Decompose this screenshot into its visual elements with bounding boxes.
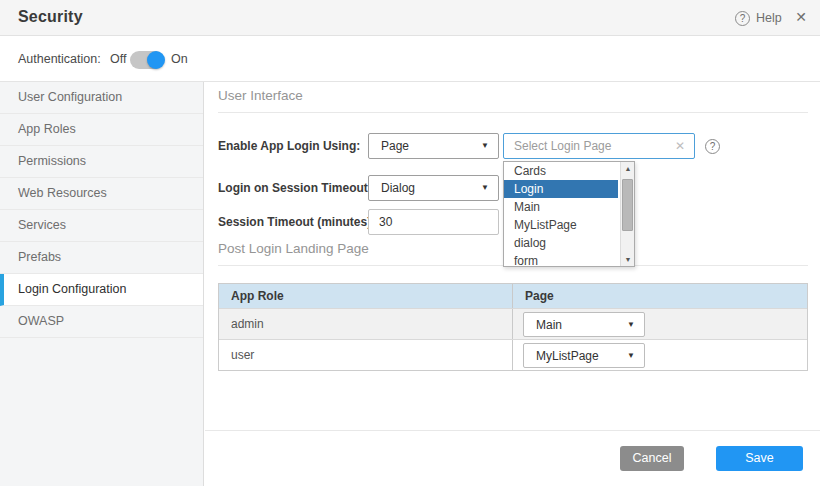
chevron-down-icon: ▼ [627, 313, 635, 337]
clear-input-icon[interactable]: ✕ [672, 138, 688, 154]
scroll-down-icon[interactable]: ▼ [621, 253, 635, 266]
user-interface-heading: User Interface [218, 88, 808, 113]
toggle-on-label: On [171, 52, 188, 66]
chevron-down-icon: ▼ [627, 344, 635, 368]
dialog-header: Security ? Help ✕ [0, 0, 820, 36]
field-help-icon[interactable]: ? [705, 139, 720, 154]
user-landing-page-select[interactable]: MyListPage ▼ [523, 343, 645, 368]
login-mode-select[interactable]: Page ▼ [368, 133, 499, 159]
session-timeout-minutes-label: Session Timeout (minutes): [218, 209, 375, 235]
chevron-down-icon: ▼ [481, 134, 489, 158]
app-role-cell: user [219, 340, 513, 370]
sidebar-item-prefabs[interactable]: Prefabs [0, 242, 203, 274]
session-timeout-mode-select-value: Dialog [381, 181, 415, 195]
authentication-toggle[interactable] [130, 51, 164, 69]
table-row: user MyListPage ▼ [219, 339, 807, 370]
chevron-down-icon: ▼ [481, 176, 489, 200]
footer-divider [205, 430, 820, 431]
close-icon[interactable]: ✕ [792, 8, 810, 26]
session-timeout-mode-select[interactable]: Dialog ▼ [368, 175, 499, 201]
sidebar-item-permissions[interactable]: Permissions [0, 146, 203, 178]
help-icon: ? [735, 11, 750, 26]
cancel-button[interactable]: Cancel [620, 446, 684, 471]
dropdown-option-login[interactable]: Login [504, 180, 618, 198]
scroll-up-icon[interactable]: ▲ [621, 162, 635, 175]
user-landing-page-value: MyListPage [536, 349, 599, 363]
login-mode-select-value: Page [381, 139, 409, 153]
dropdown-option-form[interactable]: form [504, 252, 618, 267]
landing-page-table: App Role Page admin Main ▼ user MyListPa… [218, 283, 808, 371]
column-header-app-role: App Role [219, 284, 513, 308]
dropdown-scrollbar[interactable]: ▲ ▼ [620, 162, 634, 266]
admin-landing-page-select[interactable]: Main ▼ [523, 312, 645, 337]
authentication-label: Authentication: [18, 52, 101, 66]
page-title: Security [18, 8, 83, 26]
dropdown-option-dialog[interactable]: dialog [504, 234, 618, 252]
dropdown-option-mylistpage[interactable]: MyListPage [504, 216, 618, 234]
sidebar-item-services[interactable]: Services [0, 210, 203, 242]
sidebar-item-login-configuration[interactable]: Login Configuration [0, 274, 203, 306]
session-timeout-minutes-input[interactable] [368, 209, 499, 235]
table-row: admin Main ▼ [219, 308, 807, 339]
toggle-knob [147, 51, 165, 69]
help-label: Help [756, 11, 782, 25]
authentication-row: Authentication: Off On [0, 36, 820, 82]
sidebar-item-web-resources[interactable]: Web Resources [0, 178, 203, 210]
help-button[interactable]: ? Help [735, 9, 782, 27]
sidebar: User Configuration App Roles Permissions… [0, 82, 204, 486]
toggle-off-label: Off [110, 52, 126, 66]
table-header-row: App Role Page [219, 284, 807, 308]
sidebar-item-user-configuration[interactable]: User Configuration [0, 82, 203, 114]
dropdown-option-main[interactable]: Main [504, 198, 618, 216]
app-role-cell: admin [219, 309, 513, 339]
column-header-page: Page [513, 284, 807, 308]
sidebar-item-app-roles[interactable]: App Roles [0, 114, 203, 146]
security-dialog: Security ? Help ✕ Authentication: Off On… [0, 0, 820, 486]
select-login-page-input[interactable] [503, 133, 695, 159]
scrollbar-thumb[interactable] [622, 179, 633, 231]
save-button[interactable]: Save [716, 446, 803, 471]
sidebar-item-owasp[interactable]: OWASP [0, 306, 203, 338]
enable-app-login-label: Enable App Login Using: [218, 133, 360, 159]
login-page-dropdown-list: Cards Login Main MyListPage dialog form … [503, 161, 635, 267]
dropdown-option-cards[interactable]: Cards [504, 162, 618, 180]
admin-landing-page-value: Main [536, 318, 562, 332]
session-timeout-mode-label: Login on Session Timeout: [218, 175, 372, 201]
